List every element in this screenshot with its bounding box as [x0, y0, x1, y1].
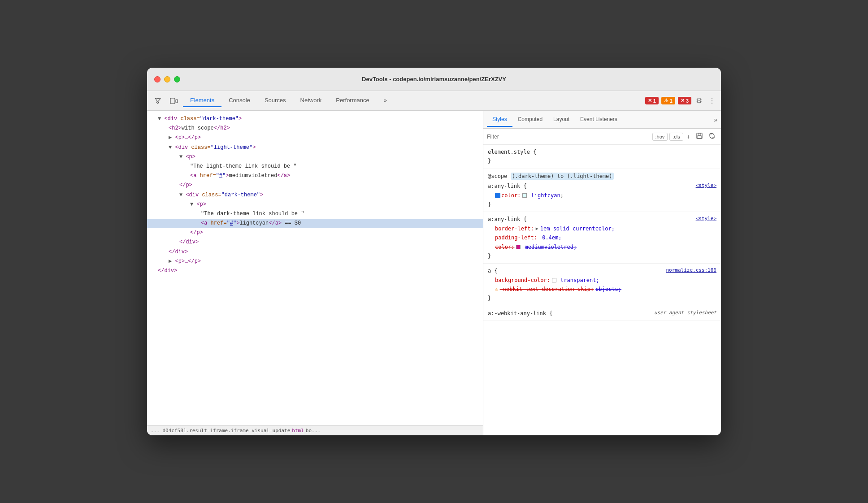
dom-line-selected[interactable]: <a href="#">lightcyan</a> == $0: [147, 219, 483, 228]
dom-line[interactable]: </div>: [147, 247, 483, 257]
styles-tab-computed[interactable]: Computed: [512, 113, 548, 127]
filter-bar: :hov .cls +: [483, 129, 721, 145]
styles-tab-layout[interactable]: Layout: [548, 113, 575, 127]
rule-source-normalize[interactable]: normalize.css:106: [666, 266, 716, 275]
rule-close2: }: [488, 252, 716, 260]
close-button[interactable]: [154, 76, 161, 82]
rule-selector-webkit[interactable]: a:-webkit-any-link {: [488, 309, 553, 318]
more-icon[interactable]: ⋮: [707, 95, 717, 107]
color-swatch-mediumvioletred[interactable]: [516, 245, 521, 249]
filter-input[interactable]: [487, 134, 649, 140]
dom-line[interactable]: <a href="#">mediumvioletred</a>: [147, 171, 483, 181]
rule-source-style[interactable]: <style>: [696, 182, 716, 191]
main-content: ▼ <div class="dark-theme"> <h2>with scop…: [147, 111, 721, 435]
add-style-icon[interactable]: +: [685, 133, 692, 140]
dom-line[interactable]: ▼ <p>: [147, 200, 483, 209]
tag: <div: [164, 116, 180, 122]
warning-icon: ⚠: [664, 98, 668, 104]
save-style-icon[interactable]: [694, 132, 705, 141]
maximize-button[interactable]: [174, 76, 180, 82]
styles-tab-styles[interactable]: Styles: [487, 113, 512, 127]
dom-line[interactable]: </div>: [147, 266, 483, 276]
filter-actions: :hov .cls +: [652, 132, 717, 141]
error2-count: 3: [686, 98, 689, 104]
dom-line[interactable]: ▶ <p>…</p>: [147, 133, 483, 143]
tab-console[interactable]: Console: [221, 94, 257, 107]
dom-footer-more: bo...: [306, 428, 321, 434]
prop-webkit-val: objects;: [595, 285, 621, 294]
device-toggle-icon[interactable]: [167, 94, 181, 108]
rule-selector-a[interactable]: a {: [488, 266, 498, 275]
color-swatch-lightcyan[interactable]: [522, 193, 527, 198]
prop-bg-val: transparent;: [560, 277, 599, 283]
dom-line[interactable]: "The dark-theme link should be ": [147, 209, 483, 219]
rule-selector-any-link[interactable]: a:any-link {: [488, 215, 527, 224]
dom-line[interactable]: ▼ <div class="dark-theme">: [147, 114, 483, 124]
expand-arrow[interactable]: ▼: [179, 192, 186, 198]
dom-line[interactable]: ▶ <p>…</p>: [147, 257, 483, 266]
svg-rect-3: [698, 133, 701, 135]
styles-panel: Styles Computed Layout Event Listeners »…: [483, 111, 721, 435]
scope-highlight: (.dark-theme) to (.light-theme): [511, 173, 614, 180]
minimize-button[interactable]: [164, 76, 170, 82]
dom-line[interactable]: ▼ <p>: [147, 152, 483, 162]
tab-network[interactable]: Network: [293, 94, 329, 107]
prop-color-mediumvioletred: mediumvioletred;: [525, 244, 577, 250]
styles-tab-more[interactable]: »: [714, 116, 717, 123]
warning-count: 1: [670, 98, 673, 104]
toolbar: Elements Console Sources Network Perform…: [147, 91, 721, 111]
expand-arrow[interactable]: ▶: [169, 258, 175, 265]
property-checkbox[interactable]: [495, 193, 500, 198]
error-badge[interactable]: ✕ 1: [645, 97, 659, 104]
color-swatch-transparent[interactable]: [552, 278, 556, 282]
dom-footer-tag[interactable]: html: [292, 428, 304, 434]
inspector-icon[interactable]: [151, 94, 165, 108]
dom-line[interactable]: </p>: [147, 228, 483, 238]
traffic-lights: [154, 76, 180, 82]
tab-sources[interactable]: Sources: [257, 94, 293, 107]
triangle-arrow-icon[interactable]: ▶: [536, 225, 538, 232]
styles-tabs: Styles Computed Layout Event Listeners »: [483, 111, 721, 129]
rule-selector[interactable]: element.style {: [488, 147, 716, 156]
scope-rule-header[interactable]: @scope (.dark-theme) to (.light-theme): [488, 172, 716, 181]
prop-value: lightcyan: [531, 192, 560, 199]
error2-icon: ✕: [681, 98, 685, 104]
rule-close: }: [488, 200, 716, 209]
prop-bg-container: transparent;: [552, 276, 599, 285]
dom-footer-path: ... d04cf581.result-iframe.iframe-visual…: [151, 428, 290, 434]
scope-sub-selector[interactable]: a:any-link {: [488, 182, 527, 191]
dom-line[interactable]: ▼ <div class="dark-theme">: [147, 191, 483, 200]
expand-arrow[interactable]: ▶: [169, 134, 175, 141]
svg-rect-1: [176, 100, 178, 103]
hov-button[interactable]: :hov: [652, 133, 668, 141]
dom-line[interactable]: </div>: [147, 238, 483, 247]
dom-line[interactable]: ▼ <div class="light-theme">: [147, 143, 483, 152]
styles-tab-event-listeners[interactable]: Event Listeners: [575, 113, 623, 127]
devtools-window: DevTools - codepen.io/miriamsuzanne/pen/…: [147, 68, 721, 435]
expand-arrow[interactable]: ▼: [179, 154, 186, 160]
tab-elements[interactable]: Elements: [183, 94, 221, 107]
tab-more[interactable]: »: [377, 94, 394, 107]
at-scope-keyword: @scope: [488, 173, 511, 179]
prop-border-left: border-left:: [495, 224, 534, 233]
rule-source-user-agent: user agent stylesheet: [654, 309, 716, 318]
prop-name: color:: [501, 191, 521, 200]
toolbar-tabs: Elements Console Sources Network Perform…: [183, 94, 643, 107]
error-count: 1: [653, 98, 656, 104]
prop-border-val: 1em solid currentcolor;: [540, 224, 615, 233]
warning-badge[interactable]: ⚠ 1: [661, 97, 675, 104]
cls-button[interactable]: .cls: [669, 133, 683, 141]
dom-tree[interactable]: ▼ <div class="dark-theme"> <h2>with scop…: [147, 111, 483, 425]
error-badge-2[interactable]: ✕ 3: [678, 97, 691, 104]
rule-source-style2[interactable]: <style>: [696, 215, 716, 224]
dom-line[interactable]: </p>: [147, 181, 483, 190]
expand-arrow[interactable]: ▼: [190, 201, 196, 208]
settings-icon[interactable]: ⚙: [694, 95, 704, 107]
dom-line[interactable]: "The light-theme link should be ": [147, 162, 483, 171]
refresh-style-icon[interactable]: [707, 132, 717, 141]
tab-performance[interactable]: Performance: [329, 94, 376, 107]
prop-color-strike: color:: [495, 243, 514, 252]
expand-arrow[interactable]: ▼: [158, 116, 164, 122]
dom-line[interactable]: <h2>with scope</h2>: [147, 124, 483, 133]
expand-arrow[interactable]: ▼: [169, 144, 175, 151]
